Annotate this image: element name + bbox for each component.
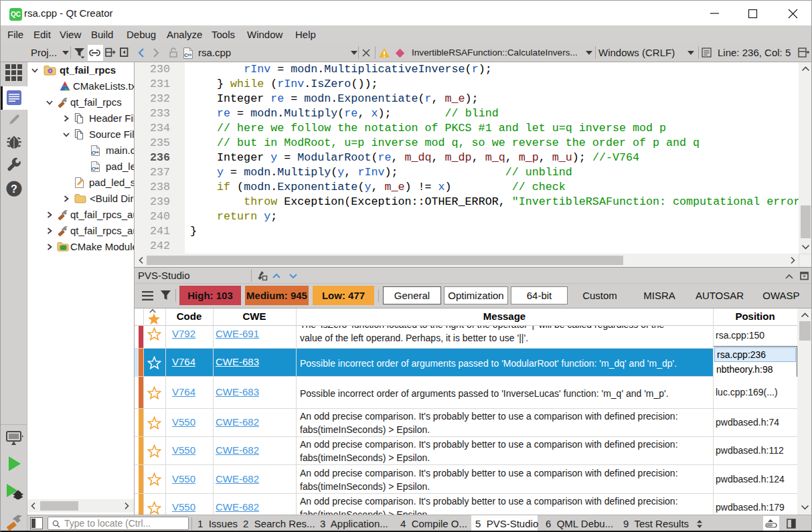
- svg-text:?: ?: [11, 183, 17, 195]
- svg-text:C: C: [92, 150, 96, 156]
- svg-text:C: C: [184, 52, 188, 58]
- svg-text:C: C: [92, 166, 96, 172]
